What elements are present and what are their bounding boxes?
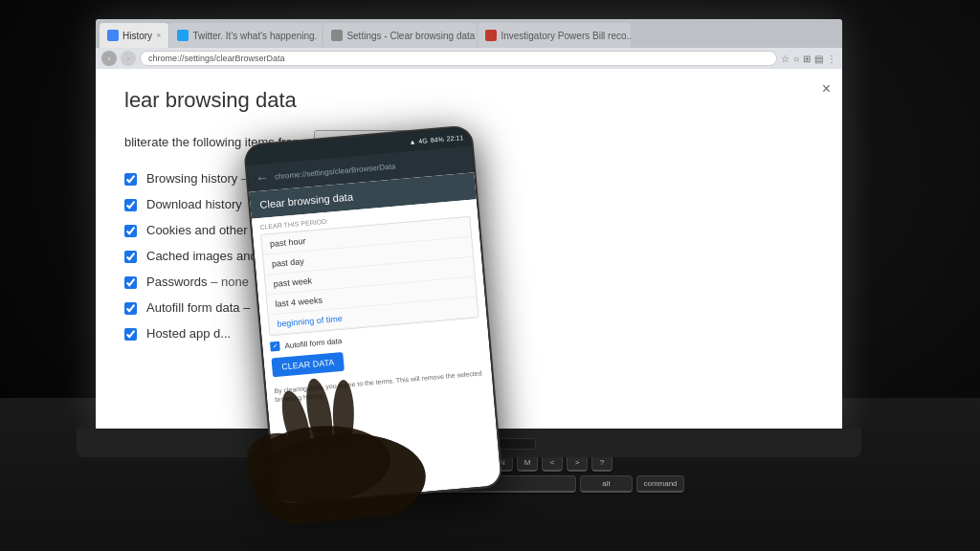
phone-signal-icon: ▲ [409, 138, 416, 145]
toolbar-icons: ☆ ○ ⊞ ▤ ⋮ [781, 54, 836, 64]
browsing-history-checkbox[interactable] [124, 173, 137, 186]
menu-icon[interactable]: ⋮ [827, 54, 836, 64]
tab-history-close[interactable]: × [156, 31, 161, 40]
hosted-app-label: Hosted app d... [146, 326, 231, 341]
download-history-checkbox[interactable] [124, 199, 137, 211]
tab-twitter-favicon [177, 30, 189, 41]
hosted-app-checkbox[interactable] [124, 328, 137, 341]
tab-history[interactable]: History × [100, 23, 168, 48]
address-text: chrome://settings/clearBrowserData [148, 54, 285, 63]
cached-images-checkbox[interactable] [124, 251, 137, 263]
key-command-right: command [636, 475, 684, 493]
cookies-checkbox[interactable] [124, 225, 137, 237]
svg-point-5 [333, 380, 354, 449]
phone-container: ▲ 4G 84% 22:11 ← chrome://settings/clear… [243, 124, 503, 506]
passwords-checkbox[interactable] [124, 276, 137, 289]
tab-investigatory-label: Investigatory Powers Bill reco... [501, 31, 631, 41]
phone-signal-type: 4G [418, 137, 428, 144]
forward-button[interactable]: › [121, 51, 136, 66]
tab-twitter-label: Twitter. It's what's happening. [192, 31, 317, 41]
phone-back-button[interactable]: ← [255, 169, 269, 186]
tab-history-favicon [107, 30, 119, 41]
browser-tabs[interactable]: History × Twitter. It's what's happening… [96, 19, 842, 48]
passwords-meta: – none [211, 275, 249, 289]
phone-dialog-title: Clear browsing data [259, 190, 354, 209]
tab-twitter[interactable]: Twitter. It's what's happening. × [169, 23, 323, 48]
autofill-checkbox[interactable] [124, 302, 137, 315]
autofill-label: Autofill form data – [146, 300, 250, 315]
download-history-label: Download history [146, 197, 242, 211]
hand-overlay [230, 296, 515, 529]
tab-twitter-close[interactable]: × [321, 31, 323, 40]
extensions-icon[interactable]: ⊞ [803, 54, 811, 64]
browser-toolbar: ‹ › chrome://settings/clearBrowserData ☆… [96, 48, 842, 69]
key-alt-right: alt [580, 475, 633, 493]
passwords-label: Passwords – none [146, 275, 249, 289]
browser-chrome: History × Twitter. It's what's happening… [96, 19, 842, 69]
phone-battery: 84% [430, 135, 444, 143]
profile-icon[interactable]: ▤ [814, 54, 823, 64]
address-bar[interactable]: chrome://settings/clearBrowserData [140, 51, 777, 66]
dialog-title: lear browsing data [124, 88, 813, 113]
tab-settings[interactable]: Settings - Clear browsing data × [323, 23, 477, 48]
tab-investigatory[interactable]: Investigatory Powers Bill reco... × [478, 23, 631, 48]
dialog-close-button[interactable]: × [822, 80, 831, 98]
tab-settings-label: Settings - Clear browsing data × [346, 31, 477, 41]
phone-status-right: ▲ 4G 84% 22:11 [409, 134, 463, 145]
tab-history-label: History [122, 31, 152, 41]
phone-time: 22:11 [446, 134, 463, 143]
opera-icon: ○ [793, 54, 799, 64]
star-icon[interactable]: ☆ [781, 54, 790, 64]
back-button[interactable]: ‹ [101, 51, 117, 66]
tab-settings-favicon [331, 30, 343, 41]
tab-investigatory-favicon [485, 30, 497, 41]
